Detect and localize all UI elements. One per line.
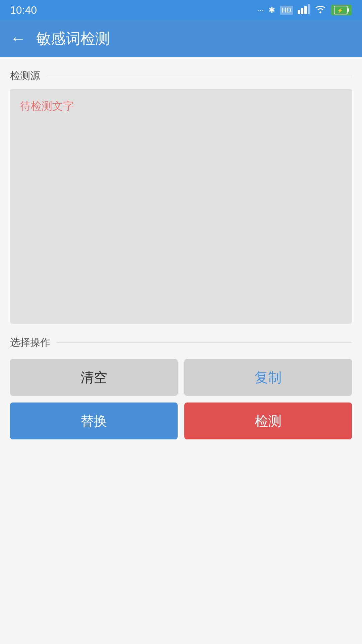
operations-header: 选择操作 [10, 324, 352, 356]
copy-button[interactable]: 复制 [184, 359, 352, 396]
svg-rect-0 [298, 10, 300, 14]
operations-label: 选择操作 [10, 336, 50, 350]
hd-badge: HD [280, 6, 293, 15]
detection-source-header: 检测源 [10, 57, 352, 89]
back-button[interactable]: ← [10, 31, 26, 47]
wifi-icon [314, 4, 326, 16]
bluetooth-icon: ✱ [268, 5, 275, 15]
replace-button[interactable]: 替换 [10, 402, 178, 439]
text-input-area[interactable]: 待检测文字 [10, 89, 352, 324]
app-title: 敏感词检测 [36, 29, 110, 49]
svg-point-4 [319, 11, 321, 13]
dots-icon: ··· [257, 5, 264, 15]
clear-button[interactable]: 清空 [10, 359, 178, 396]
battery-icon: ⚡ [331, 5, 352, 15]
main-content: 检测源 待检测文字 选择操作 清空 复制 替换 检测 [0, 57, 362, 644]
detection-source-label: 检测源 [10, 69, 40, 83]
detect-button[interactable]: 检测 [184, 402, 352, 439]
svg-rect-1 [301, 8, 303, 14]
svg-rect-2 [304, 6, 307, 14]
detection-source-divider [47, 76, 352, 76]
status-icons: ··· ✱ HD ⚡ [257, 4, 352, 16]
app-bar: ← 敏感词检测 [0, 20, 362, 57]
svg-rect-7 [347, 8, 349, 12]
status-time: 10:40 [10, 4, 37, 16]
operations-divider [57, 342, 352, 343]
text-placeholder: 待检测文字 [20, 100, 74, 112]
status-bar: 10:40 ··· ✱ HD ⚡ [0, 0, 362, 20]
signal-icon [298, 4, 310, 16]
buttons-grid: 清空 复制 替换 检测 [10, 359, 352, 439]
svg-text:⚡: ⚡ [337, 8, 343, 13]
svg-rect-3 [308, 4, 310, 14]
